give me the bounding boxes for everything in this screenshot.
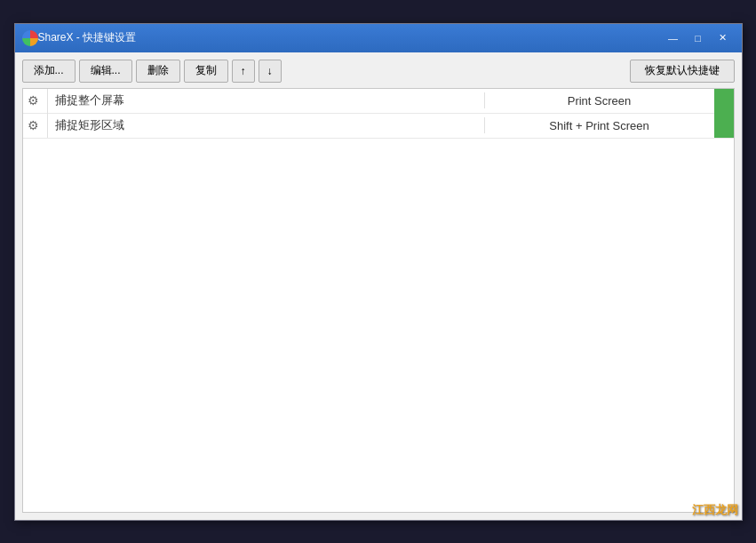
up-arrow-icon: ↑: [241, 65, 246, 77]
list-item[interactable]: ⚙ 捕捉整个屏幕 Print Screen: [23, 89, 734, 114]
row-action-name: 捕捉整个屏幕: [48, 92, 485, 108]
delete-button[interactable]: 删除: [136, 60, 180, 83]
main-window: ShareX - 快捷键设置 — □ ✕ 添加... 编辑... 删除 复制 ↑…: [14, 23, 743, 521]
row-right-section: Print Screen: [485, 88, 734, 113]
close-button[interactable]: ✕: [712, 29, 735, 47]
copy-button[interactable]: 复制: [184, 60, 228, 83]
restore-defaults-button[interactable]: 恢复默认快捷键: [630, 60, 735, 83]
minimize-button[interactable]: —: [662, 29, 685, 47]
title-bar: ShareX - 快捷键设置 — □ ✕: [15, 24, 742, 52]
list-item[interactable]: ⚙ 捕捉矩形区域 Shift + Print Screen: [23, 114, 734, 139]
row-hotkey-label: Print Screen: [485, 94, 714, 108]
row-gear-button[interactable]: ⚙: [23, 88, 48, 113]
row-right-section: Shift + Print Screen: [485, 113, 734, 138]
move-down-button[interactable]: ↓: [259, 60, 282, 83]
hotkey-list: ⚙ 捕捉整个屏幕 Print Screen ⚙ 捕捉矩形区域 Shift + P…: [22, 88, 735, 513]
row-hotkey-label: Shift + Print Screen: [485, 119, 714, 132]
app-icon: [22, 30, 38, 46]
row-status-indicator[interactable]: [714, 113, 734, 138]
edit-button[interactable]: 编辑...: [79, 60, 132, 83]
gear-icon: ⚙: [28, 93, 42, 108]
move-up-button[interactable]: ↑: [232, 60, 255, 83]
toolbar: 添加... 编辑... 删除 复制 ↑ ↓ 恢复默认快捷键: [22, 60, 735, 83]
watermark: 江西龙网: [692, 502, 738, 518]
maximize-button[interactable]: □: [687, 29, 710, 47]
row-gear-button[interactable]: ⚙: [23, 113, 48, 138]
window-controls: — □ ✕: [662, 29, 735, 47]
down-arrow-icon: ↓: [267, 65, 273, 77]
row-action-name: 捕捉矩形区域: [48, 117, 485, 133]
content-area: 添加... 编辑... 删除 复制 ↑ ↓ 恢复默认快捷键 ⚙ 捕捉整个屏幕 P…: [15, 52, 742, 520]
gear-icon: ⚙: [28, 118, 42, 132]
window-title: ShareX - 快捷键设置: [38, 30, 662, 45]
add-button[interactable]: 添加...: [22, 60, 76, 83]
row-status-indicator[interactable]: [714, 88, 734, 113]
